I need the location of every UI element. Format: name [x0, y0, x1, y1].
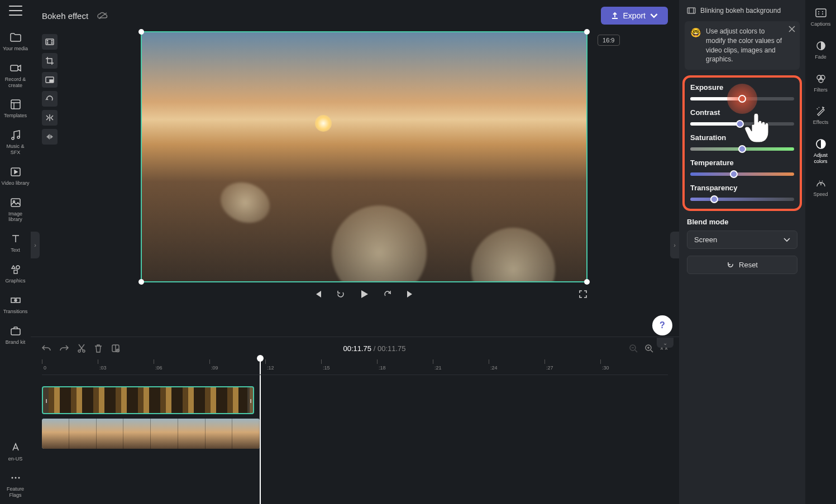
rewind-button[interactable]: [336, 289, 346, 299]
resize-handle-tl[interactable]: [138, 29, 144, 35]
sidebar-item-feature-flags[interactable]: Feature Flags: [2, 472, 30, 498]
adjust-colors-highlight: Exposure Contrast Saturation Temperatur: [682, 75, 802, 211]
toolbar-item-fade[interactable]: Fade: [807, 40, 835, 60]
exposure-slider[interactable]: [690, 97, 794, 100]
preview-canvas[interactable]: [141, 31, 587, 282]
cloud-sync-icon[interactable]: [97, 12, 108, 20]
split-button[interactable]: [111, 344, 120, 353]
clip-bokeh[interactable]: || ||: [42, 386, 254, 414]
sidebar-item-video-library[interactable]: Video library: [2, 166, 30, 186]
timeline: 00:11.75 / 00:11.75 0:03:06:09:12:15:18:…: [31, 337, 679, 504]
image-icon: [9, 196, 22, 209]
fit-tool[interactable]: [42, 34, 58, 50]
briefcase-icon: [9, 325, 22, 337]
shapes-icon: [9, 263, 22, 276]
forward-button[interactable]: [383, 289, 393, 299]
resize-handle-br[interactable]: [584, 279, 590, 285]
transitions-icon: [9, 294, 22, 306]
reset-button[interactable]: Reset: [687, 256, 797, 274]
cut-button[interactable]: [78, 344, 85, 353]
sidebar-item-record-create[interactable]: Record & create: [2, 62, 30, 89]
zoom-in-button[interactable]: [644, 344, 653, 353]
toolbar-item-effects[interactable]: Effects: [807, 105, 835, 126]
resize-handle-bl[interactable]: [138, 279, 144, 285]
toolbar-item-filters[interactable]: Filters: [807, 73, 835, 93]
delete-button[interactable]: [94, 344, 102, 353]
undo-button[interactable]: [42, 344, 51, 352]
redo-button[interactable]: [60, 344, 69, 352]
sidebar-item-your-media[interactable]: Your media: [2, 31, 30, 52]
canvas-area: 16:9 ? ⌄: [31, 31, 679, 337]
transparency-label: Transparency: [690, 184, 794, 192]
flip-h-tool[interactable]: [42, 110, 58, 126]
resize-handle-tr[interactable]: [584, 29, 590, 35]
contrast-slider-group: Contrast: [690, 108, 794, 126]
pip-tool[interactable]: [42, 72, 58, 88]
flip-v-tool[interactable]: [42, 129, 58, 145]
tracks-playhead[interactable]: [260, 375, 261, 504]
timeline-collapse-button[interactable]: ⌄: [657, 338, 673, 348]
contrast-slider[interactable]: [690, 122, 794, 126]
skip-back-button[interactable]: [313, 290, 322, 299]
rotate-tool[interactable]: [42, 91, 58, 107]
transparency-slider[interactable]: [690, 198, 794, 201]
sidebar-item-templates[interactable]: Templates: [2, 98, 30, 119]
clip-name-label: Blinking bokeh background: [700, 7, 781, 15]
sidebar-item-brand-kit[interactable]: Brand kit: [2, 325, 30, 345]
sidebar-item-locale[interactable]: en-US: [2, 441, 30, 462]
svg-rect-21: [50, 80, 53, 82]
skip-forward-button[interactable]: [406, 290, 415, 299]
sidebar-item-graphics[interactable]: Graphics: [2, 263, 30, 284]
music-icon: [9, 129, 22, 141]
toolbar-item-speed[interactable]: Speed: [807, 177, 835, 198]
left-sidebar: Your media Record & create Templates Mus…: [0, 0, 31, 504]
crop-tool[interactable]: [42, 53, 58, 69]
ruler-playhead[interactable]: [260, 359, 261, 375]
export-button[interactable]: Export: [601, 7, 668, 25]
clip-sunset[interactable]: [42, 419, 260, 449]
tracks-area[interactable]: || ||: [31, 375, 679, 504]
exposure-label: Exposure: [690, 83, 794, 92]
saturation-slider[interactable]: [690, 147, 794, 151]
fullscreen-button[interactable]: [579, 290, 587, 299]
project-title[interactable]: Bokeh effect: [42, 11, 88, 21]
clip-handle-right[interactable]: ||: [247, 387, 253, 413]
clip-handle-left[interactable]: ||: [43, 387, 49, 413]
svg-rect-5: [11, 199, 20, 207]
timeline-ruler[interactable]: 0:03:06:09:12:15:18:21:24:27:30: [42, 359, 668, 375]
aspect-ratio-badge[interactable]: 16:9: [598, 35, 619, 46]
play-button[interactable]: [359, 289, 369, 299]
film-icon: [9, 166, 22, 178]
temperature-thumb[interactable]: [730, 170, 738, 178]
toolbar-item-captions[interactable]: Captions: [807, 7, 835, 27]
ruler-tick: :24: [489, 359, 498, 375]
svg-point-13: [15, 477, 16, 479]
properties-panel: › Blinking bokeh background 🤓 Use adjust…: [679, 0, 805, 504]
zoom-out-button[interactable]: [629, 344, 638, 353]
ruler-tick: :21: [433, 359, 442, 375]
sidebar-item-text[interactable]: Text: [2, 233, 30, 253]
transparency-slider-group: Transparency: [690, 184, 794, 201]
right-panel-expand-tab[interactable]: ›: [670, 232, 679, 258]
track-2[interactable]: [42, 419, 668, 449]
temperature-slider[interactable]: [690, 172, 794, 176]
sidebar-item-image-library[interactable]: Image library: [2, 196, 30, 223]
saturation-thumb[interactable]: [738, 145, 746, 153]
svg-point-3: [17, 136, 20, 138]
sidebar-item-music-sfx[interactable]: Music & SFX: [2, 129, 30, 156]
saturation-label: Saturation: [690, 133, 794, 142]
clip-icon: [687, 7, 696, 14]
time-display: 00:11.75 / 00:11.75: [129, 344, 620, 353]
track-1[interactable]: || ||: [42, 386, 668, 414]
sidebar-item-transitions[interactable]: Transitions: [2, 294, 30, 315]
help-button[interactable]: ?: [652, 315, 672, 335]
tip-close-button[interactable]: [789, 26, 795, 32]
exposure-thumb[interactable]: [738, 95, 746, 103]
menu-button[interactable]: [9, 6, 22, 16]
left-panel-expand-tab[interactable]: ›: [31, 232, 40, 258]
contrast-thumb[interactable]: [736, 120, 744, 128]
transparency-thumb[interactable]: [710, 195, 718, 203]
blend-mode-select[interactable]: Screen: [687, 231, 797, 249]
toolbar-item-adjust-colors[interactable]: Adjust colors: [807, 138, 835, 165]
ruler-tick: :30: [600, 359, 609, 375]
